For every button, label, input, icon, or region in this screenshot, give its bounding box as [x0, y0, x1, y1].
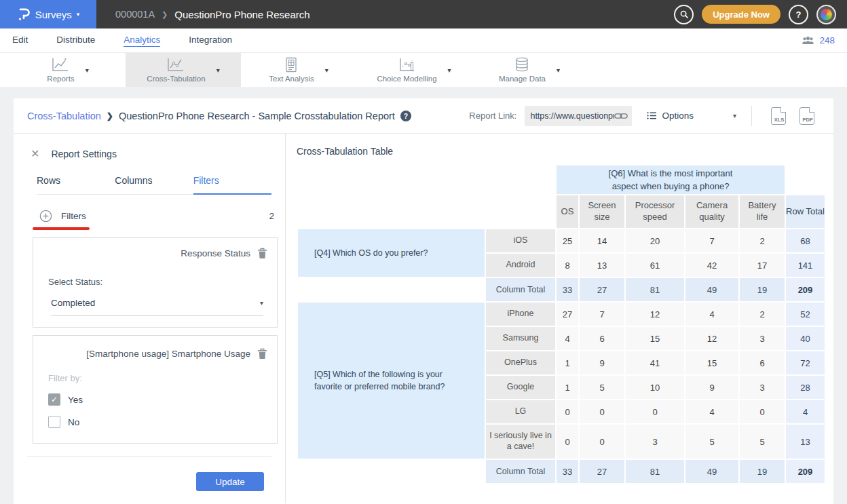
- checkbox-row-yes[interactable]: ✓ Yes: [48, 393, 267, 406]
- trash-icon[interactable]: [257, 348, 267, 360]
- table-row: [Q4] Which OS do you prefer?iOS251420726…: [298, 229, 825, 252]
- filter-title: Response Status: [181, 248, 250, 258]
- xls-icon: XLS: [772, 117, 787, 123]
- tool-cross-tabulation[interactable]: Cross-Tabulation ▾: [126, 53, 241, 87]
- row-total-cell: 68: [786, 229, 825, 252]
- trash-icon[interactable]: [257, 248, 267, 259]
- column-total-cell: 81: [626, 278, 684, 301]
- status-dropdown[interactable]: Completed ▾: [51, 298, 263, 316]
- empty-cell: [786, 166, 825, 194]
- add-circle-icon[interactable]: [39, 210, 52, 222]
- data-cell: 1: [557, 351, 578, 374]
- row-total-cell: 28: [786, 376, 825, 399]
- link-icon: [614, 111, 628, 121]
- report-link-label: Report Link:: [469, 111, 516, 121]
- report-link-url: https://www.questionpro.com/sr/y0ujfi: [530, 111, 614, 121]
- grand-total-cell: 209: [786, 460, 825, 483]
- top-bar: Surveys ▾ 000001A ❯ QuestionPro Phone Re…: [0, 0, 847, 28]
- questionpro-logo-icon: [17, 7, 31, 22]
- data-cell: 20: [626, 229, 684, 252]
- table-row: Column Total3327814919209: [298, 278, 825, 301]
- choice-modelling-icon: [397, 57, 416, 73]
- divider: [751, 106, 752, 126]
- respondent-count: 248: [819, 35, 835, 45]
- export-xls-button[interactable]: XLS: [771, 107, 786, 125]
- column-total-cell: 49: [685, 278, 738, 301]
- crosstab-table: [Q6] What is the most important aspect w…: [297, 164, 826, 484]
- nav-item-edit[interactable]: Edit: [12, 35, 28, 46]
- surveys-menu[interactable]: Surveys ▾: [0, 0, 96, 28]
- export-pdf-button[interactable]: PDF: [799, 107, 814, 125]
- row-header-cell: Android: [486, 254, 555, 277]
- tab-filters[interactable]: Filters: [193, 175, 271, 195]
- checkbox-label: Yes: [68, 395, 83, 405]
- account-avatar[interactable]: [816, 5, 836, 24]
- checkbox-row-no[interactable]: No: [48, 416, 267, 428]
- add-filters-label[interactable]: Filters: [61, 211, 86, 221]
- column-total-cell: 81: [626, 460, 684, 483]
- status-value: Completed: [51, 298, 95, 308]
- column-total-cell: 19: [740, 460, 785, 483]
- people-icon: [802, 36, 814, 45]
- row-total-cell: 4: [786, 400, 825, 423]
- help-button[interactable]: ?: [789, 5, 808, 24]
- checkbox-unchecked-icon[interactable]: [48, 416, 60, 428]
- column-header-cell: Processor speed: [626, 195, 684, 228]
- row-header-cell: Samsung: [486, 327, 555, 350]
- column-total-label-cell: Column Total: [486, 460, 555, 483]
- nav-item-analytics[interactable]: Analytics: [124, 35, 160, 47]
- data-cell: 25: [557, 229, 578, 252]
- row-header-cell: Google: [486, 376, 555, 399]
- content-card: Cross-Tabulation ❯ QuestionPro Phone Res…: [14, 98, 833, 504]
- data-cell: 4: [557, 327, 578, 350]
- tool-label: Cross-Tabulation: [147, 75, 205, 83]
- search-icon: [679, 9, 689, 19]
- data-cell: 0: [557, 425, 578, 459]
- data-cell: 41: [626, 351, 684, 374]
- tool-manage-data[interactable]: Manage Data ▾: [472, 53, 587, 87]
- empty-cell: [298, 278, 485, 301]
- report-help-icon[interactable]: ?: [400, 111, 411, 121]
- checkbox-checked-icon[interactable]: ✓: [48, 393, 60, 406]
- row-header-cell: iPhone: [486, 303, 555, 326]
- upgrade-now-button[interactable]: Upgrade Now: [702, 5, 780, 24]
- data-cell: 15: [626, 327, 684, 350]
- tool-choice-modelling[interactable]: Choice Modelling ▾: [356, 53, 472, 87]
- data-cell: 13: [580, 254, 624, 277]
- tool-text-analysis[interactable]: Text Analysis ▾: [241, 53, 356, 87]
- divider: [27, 457, 271, 457]
- chevron-down-icon: ▾: [77, 11, 80, 18]
- chevron-right-icon: ❯: [107, 111, 113, 121]
- close-icon[interactable]: ✕: [31, 147, 39, 160]
- table-row: OSScreen sizeProcessor speedCamera quali…: [298, 195, 825, 228]
- options-label: Options: [662, 111, 694, 121]
- crosstab-body: [Q6] What is the most important aspect w…: [298, 166, 825, 483]
- tab-rows[interactable]: Rows: [37, 175, 115, 194]
- spacer: [0, 87, 847, 98]
- section-nav: Edit Distribute Analytics Integration 24…: [0, 28, 847, 53]
- column-header-cell: Camera quality: [685, 195, 738, 228]
- nav-item-distribute[interactable]: Distribute: [56, 35, 95, 46]
- update-button[interactable]: Update: [196, 472, 264, 491]
- table-row: [Q6] What is the most important aspect w…: [298, 166, 825, 194]
- data-cell: 4: [685, 400, 738, 423]
- search-button[interactable]: [674, 5, 694, 24]
- pdf-icon: PDF: [800, 117, 815, 123]
- select-status-label: Select Status:: [48, 277, 267, 287]
- tab-columns[interactable]: Columns: [115, 175, 193, 194]
- question-mark-icon: ?: [796, 9, 802, 20]
- checkbox-label: No: [68, 417, 79, 427]
- report-link-field[interactable]: https://www.questionpro.com/sr/y0ujfi: [525, 106, 632, 126]
- tool-reports[interactable]: Reports ▾: [10, 53, 126, 87]
- nav-item-integration[interactable]: Integration: [189, 35, 232, 46]
- options-list-icon: [647, 111, 657, 120]
- breadcrumb-crosstab-link[interactable]: Cross-Tabulation: [27, 111, 101, 121]
- topbar-actions: Upgrade Now ?: [674, 5, 836, 24]
- data-cell: 0: [557, 400, 578, 423]
- options-menu[interactable]: Options ▾: [647, 111, 736, 121]
- row-header-cell: LG: [486, 400, 555, 423]
- data-cell: 3: [626, 425, 684, 459]
- row-header-cell: iOS: [486, 229, 555, 252]
- respondent-count-group[interactable]: 248: [802, 35, 835, 45]
- column-header-cell: Screen size: [580, 195, 624, 228]
